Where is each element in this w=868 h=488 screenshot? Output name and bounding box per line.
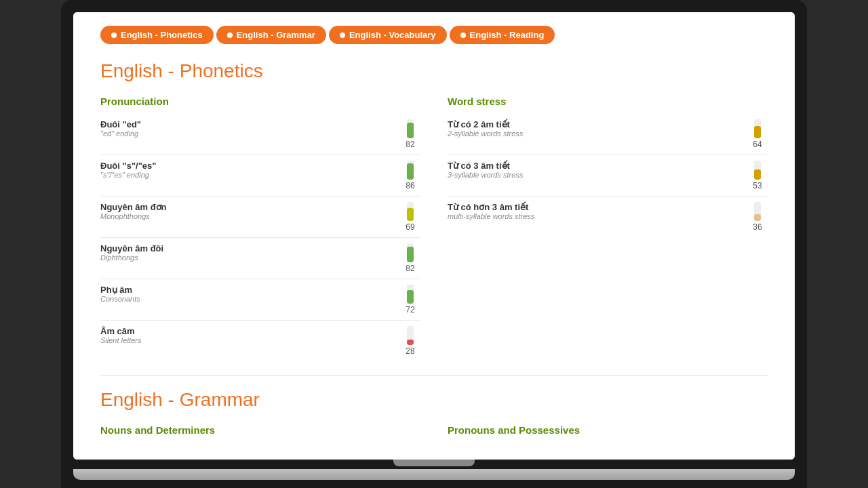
score-num: 82 (406, 140, 414, 149)
score-label: Từ có 2 âm tiết 2-syllable words stress (448, 119, 747, 138)
sub-label: "ed" ending (100, 129, 400, 138)
score-label: Nguyên âm đơn Monophthongs (100, 202, 400, 220)
bar-fill (407, 123, 414, 138)
sub-label: 2-syllable words stress (448, 129, 747, 138)
nouns-heading: Nouns and Determiners (100, 424, 420, 436)
table-row: Từ có 2 âm tiết 2-syllable words stress … (448, 114, 768, 155)
score-bar-area: 82 (400, 119, 420, 149)
table-row: Đuôi "ed" "ed" ending 82 (100, 114, 420, 155)
tab-reading[interactable]: English - Reading (450, 26, 555, 44)
score-label: Từ có 3 âm tiết 3-syllable words stress (448, 161, 747, 179)
tab-grammar-label: English - Grammar (237, 30, 315, 40)
word-stress-heading: Word stress (448, 96, 768, 107)
bar-fill (407, 208, 414, 221)
pronouns-heading: Pronouns and Possessives (448, 424, 768, 436)
section-grammar: English - Grammar Nouns and Determiners … (100, 389, 768, 443)
score-num: 82 (406, 264, 414, 273)
score-num: 64 (753, 140, 762, 149)
sub-label: multi-syllable words stress (448, 212, 747, 220)
score-bar-area: 64 (747, 119, 768, 149)
bar-container (407, 285, 414, 304)
tabs-bar: English - Phonetics English - Grammar En… (100, 26, 768, 44)
tab-phonetics-label: English - Phonetics (121, 30, 203, 40)
score-num: 53 (753, 181, 762, 190)
sub-label: 3-syllable words stress (448, 171, 747, 179)
bar-container (754, 119, 761, 138)
section-grammar-title: English - Grammar (100, 389, 768, 411)
tab-dot (340, 33, 345, 38)
bar-fill (407, 290, 414, 304)
score-bar-area: 86 (400, 161, 420, 190)
table-row: Từ có hơn 3 âm tiết multi-syllable words… (448, 197, 768, 237)
score-num: 36 (753, 222, 762, 232)
sub-label: Consonants (100, 295, 400, 303)
pronunciation-heading: Pronunciation (100, 96, 420, 107)
sub-label: Silent letters (100, 336, 400, 344)
table-row: Phụ âm Consonants 72 (100, 279, 420, 321)
score-label: Đuôi "ed" "ed" ending (100, 119, 400, 138)
content-area: English - Phonetics English - Grammar En… (73, 12, 795, 460)
sub-label: Monophthongs (100, 212, 400, 220)
nouns-col: Nouns and Determiners (100, 424, 420, 443)
pronouns-col: Pronouns and Possessives (448, 424, 768, 443)
main-label: Âm câm (100, 326, 400, 336)
laptop-bottom (73, 469, 795, 480)
tab-dot (227, 33, 233, 38)
section-divider (100, 375, 768, 375)
tab-reading-label: English - Reading (470, 30, 545, 40)
grammar-columns: Nouns and Determiners Pronouns and Posse… (100, 424, 768, 443)
bar-fill (407, 340, 414, 345)
score-num: 86 (406, 181, 414, 190)
bar-container (407, 326, 414, 345)
main-label: Đuôi "ed" (100, 119, 400, 129)
table-row: Đuôi "s"/"es" "s"/"es" ending 86 (100, 155, 420, 197)
score-label: Phụ âm Consonants (100, 285, 400, 303)
bar-container (407, 161, 414, 180)
table-row: Âm câm Silent letters 28 (100, 321, 420, 361)
bar-fill (407, 163, 414, 180)
main-label: Từ có 2 âm tiết (448, 119, 747, 129)
bar-container (407, 243, 414, 262)
score-label: Từ có hơn 3 âm tiết multi-syllable words… (448, 202, 747, 220)
tab-dot (460, 33, 466, 38)
sub-label: "s"/"es" ending (100, 171, 400, 179)
bar-fill (754, 169, 761, 180)
score-bar-area: 69 (400, 202, 420, 232)
bar-fill (407, 247, 414, 262)
score-label: Nguyên âm đôi Diphthongs (100, 243, 400, 262)
laptop-screen: English - Phonetics English - Grammar En… (73, 12, 795, 460)
main-label: Phụ âm (100, 285, 400, 295)
table-row: Nguyên âm đôi Diphthongs 82 (100, 238, 420, 279)
word-stress-col: Word stress Từ có 2 âm tiết 2-syllable w… (448, 96, 768, 361)
phonetics-columns: Pronunciation Đuôi "ed" "ed" ending (100, 96, 768, 361)
laptop-frame: English - Phonetics English - Grammar En… (61, 0, 807, 488)
tab-dot (111, 33, 117, 38)
laptop-notch (393, 460, 475, 466)
score-bar-area: 28 (400, 326, 420, 356)
score-bar-area: 53 (747, 161, 768, 190)
bar-container (407, 119, 414, 138)
main-label: Từ có 3 âm tiết (448, 161, 747, 171)
tab-vocabulary[interactable]: English - Vocabulary (329, 26, 447, 44)
main-label: Nguyên âm đôi (100, 243, 400, 253)
bar-container (407, 202, 414, 221)
score-num: 69 (406, 222, 414, 232)
tab-grammar[interactable]: English - Grammar (216, 26, 326, 44)
score-label: Đuôi "s"/"es" "s"/"es" ending (100, 161, 400, 179)
main-label: Nguyên âm đơn (100, 202, 400, 212)
main-label: Từ có hơn 3 âm tiết (448, 202, 747, 212)
score-bar-area: 82 (400, 243, 420, 273)
score-bar-area: 72 (400, 285, 420, 314)
score-num: 28 (406, 346, 414, 356)
table-row: Từ có 3 âm tiết 3-syllable words stress … (448, 155, 768, 197)
main-label: Đuôi "s"/"es" (100, 161, 400, 171)
tab-phonetics[interactable]: English - Phonetics (100, 26, 214, 44)
bar-container (754, 161, 761, 180)
bar-container (754, 202, 761, 221)
table-row: Nguyên âm đơn Monophthongs 69 (100, 197, 420, 238)
section-phonetics: English - Phonetics Pronunciation Đuôi "… (100, 60, 768, 361)
tab-vocabulary-label: English - Vocabulary (349, 30, 436, 40)
sub-label: Diphthongs (100, 253, 400, 262)
pronunciation-col: Pronunciation Đuôi "ed" "ed" ending (100, 96, 420, 361)
score-label: Âm câm Silent letters (100, 326, 400, 344)
